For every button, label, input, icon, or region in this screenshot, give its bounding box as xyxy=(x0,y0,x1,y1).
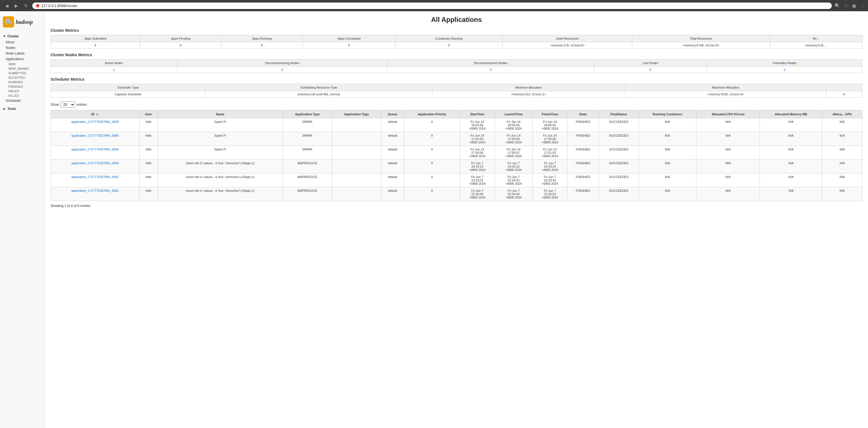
cluster-nodes-metrics-title: Cluster Nodes Metrics xyxy=(51,53,862,57)
sidebar-item-killed[interactable]: KILLED xyxy=(0,93,45,98)
table-cell: FINISHED xyxy=(567,160,599,173)
table-cell: application_1717770327864_0002 xyxy=(51,173,140,187)
sidebar: 🐘 hadoop ▼ Cluster About Nodes Node Labe… xyxy=(0,11,45,428)
bookmark-icon[interactable]: ☆ xyxy=(844,3,848,8)
url-bar[interactable]: 🔴 127.0.0.1:8088/cluster xyxy=(32,3,832,9)
sidebar-item-about[interactable]: About xyxy=(0,39,45,45)
val-unhealthy-nodes[interactable]: 0 xyxy=(707,67,862,73)
zoom-icon[interactable]: 🔍 xyxy=(835,3,840,8)
col-re: Re... xyxy=(770,35,862,42)
table-cell: SUCCEEDED xyxy=(599,132,639,146)
showing-text: Showing 1 to 6 of 6 entries xyxy=(51,204,862,208)
app-id-link[interactable]: application_1717770327864_0004 xyxy=(71,148,119,151)
table-cell: 0 xyxy=(404,146,460,160)
table-cell: N/A xyxy=(639,160,696,173)
browser-forward[interactable]: ▶ xyxy=(13,3,20,9)
table-cell: N/A xyxy=(639,146,696,160)
table-cell xyxy=(332,160,381,173)
sidebar-item-nodes[interactable]: Nodes xyxy=(0,45,45,51)
table-cell: application_1717770327864_0001 xyxy=(51,187,140,201)
val-lost-nodes[interactable]: 0 xyxy=(594,67,707,73)
main-content: All Applications Cluster Metrics Apps Su… xyxy=(45,11,868,428)
col-apps-completed: Apps Completed xyxy=(303,35,396,42)
app-id-link[interactable]: application_1717770327864_0001 xyxy=(71,189,119,192)
col-active-nodes: Active Nodes xyxy=(51,60,177,67)
table-cell: Fri Jun 723:18:31+0800 2024 xyxy=(495,173,533,187)
th-app-type: Application Type xyxy=(283,110,332,118)
table-cell: N/A xyxy=(696,173,760,187)
menu-icon[interactable]: ⋮ xyxy=(860,3,865,8)
sidebar-item-new[interactable]: NEW xyxy=(0,62,45,66)
col-max-allocation: Maximum Allocation xyxy=(625,84,826,91)
th-id[interactable]: ID ▼ xyxy=(51,110,140,118)
sidebar-item-finished[interactable]: FINISHED xyxy=(0,84,45,89)
sidebar-item-applications[interactable]: Applications xyxy=(0,56,45,62)
col-scheduler-type: Scheduler Type xyxy=(51,84,206,91)
sidebar-item-accepted[interactable]: ACCEPTED xyxy=(0,75,45,80)
table-cell: Spark Pi xyxy=(158,146,283,160)
val-active-nodes: 1 xyxy=(51,67,177,73)
table-cell: N/A xyxy=(760,118,822,132)
val-scheduler-type: Capacity Scheduler xyxy=(51,91,206,97)
browser-refresh[interactable]: ↻ xyxy=(23,3,30,9)
th-queue: Queue xyxy=(381,110,404,118)
cluster-metrics-table: Apps Submitted Apps Pending Apps Running… xyxy=(51,35,862,49)
val-decommissioned-nodes[interactable]: 0 xyxy=(388,67,594,73)
table-cell: 0 xyxy=(404,118,460,132)
sidebar-cluster-header[interactable]: ▼ Cluster xyxy=(0,33,45,39)
val-max-allocation: <memory:8192, vCores:4> xyxy=(625,91,826,97)
sidebar-cluster-section: ▼ Cluster About Nodes Node Labels Applic… xyxy=(0,32,45,105)
page-title: All Applications xyxy=(51,16,862,24)
table-cell: application_1717770327864_0006 xyxy=(51,118,140,132)
app-id-link[interactable]: application_1717770327864_0002 xyxy=(71,175,119,178)
url-text: 127.0.0.1:8088/cluster xyxy=(41,4,78,8)
extensions-icon[interactable]: ▣ xyxy=(852,3,856,8)
table-cell: N/A xyxy=(822,160,862,173)
col-total-resources: Total Resources xyxy=(632,35,770,42)
sidebar-item-scheduler[interactable]: Scheduler xyxy=(0,98,45,104)
table-cell: MAPREDUCE xyxy=(283,187,332,201)
sidebar-item-new-saving[interactable]: NEW_SAVING xyxy=(0,66,45,71)
table-cell: SUCCEEDED xyxy=(599,187,639,201)
table-cell: SUCCEEDED xyxy=(599,118,639,132)
val-decommissioning-nodes[interactable]: 0 xyxy=(177,67,388,73)
col-used-resources: Used Resources xyxy=(502,35,632,42)
sidebar-cluster-label: Cluster xyxy=(7,34,19,38)
sidebar-item-failed[interactable]: FAILED xyxy=(0,89,45,93)
sidebar-tools-header[interactable]: ► Tools xyxy=(0,106,45,112)
app-id-link[interactable]: application_1717770327864_0006 xyxy=(71,120,119,123)
table-cell: N/A xyxy=(822,187,862,201)
table-cell: hdfs xyxy=(139,173,158,187)
table-cell: N/A xyxy=(760,132,822,146)
table-cell: N/A xyxy=(822,118,862,132)
table-cell: N/A xyxy=(639,118,696,132)
app-id-link[interactable]: application_1717770327864_0005 xyxy=(71,134,119,137)
sidebar-tools-section: ► Tools xyxy=(0,105,45,113)
app-id-link[interactable]: application_1717770327864_0003 xyxy=(71,162,119,165)
col-decommissioned-nodes: Decommissioned Nodes xyxy=(388,60,594,67)
th-launch-time: LaunchTime xyxy=(495,110,533,118)
table-cell: hdfs xyxy=(139,146,158,160)
table-cell: N/A xyxy=(696,132,760,146)
show-label: Show xyxy=(51,103,59,107)
th-running-containers: Running Containers xyxy=(639,110,696,118)
sidebar-item-node-labels[interactable]: Node Labels xyxy=(0,51,45,56)
sidebar-item-submitted[interactable]: SUBMITTED xyxy=(0,71,45,75)
table-cell: default xyxy=(381,118,404,132)
tools-arrow-icon: ► xyxy=(3,107,6,111)
table-cell: hdfs xyxy=(139,187,158,201)
browser-chrome: ◀ ▶ ↻ 🔴 127.0.0.1:8088/cluster 🔍 ☆ ▣ ⋮ xyxy=(0,0,868,11)
sidebar-item-running[interactable]: RUNNING xyxy=(0,80,45,84)
apps-table: ID ▼ User Name Application Type Applicat… xyxy=(51,110,862,201)
table-cell: N/A xyxy=(639,173,696,187)
col-containers-running: Containers Running xyxy=(396,35,502,42)
sidebar-tools-label: Tools xyxy=(7,107,16,111)
table-cell: 0 xyxy=(404,160,460,173)
th-name: Name xyxy=(158,110,283,118)
table-cell: MAPREDUCE xyxy=(283,160,332,173)
table-cell: N/A xyxy=(760,146,822,160)
th-finish-time: FinishTime xyxy=(533,110,567,118)
entries-select[interactable]: 10 20 50 100 xyxy=(61,102,75,108)
browser-back[interactable]: ◀ xyxy=(3,3,10,9)
table-cell: N/A xyxy=(760,173,822,187)
